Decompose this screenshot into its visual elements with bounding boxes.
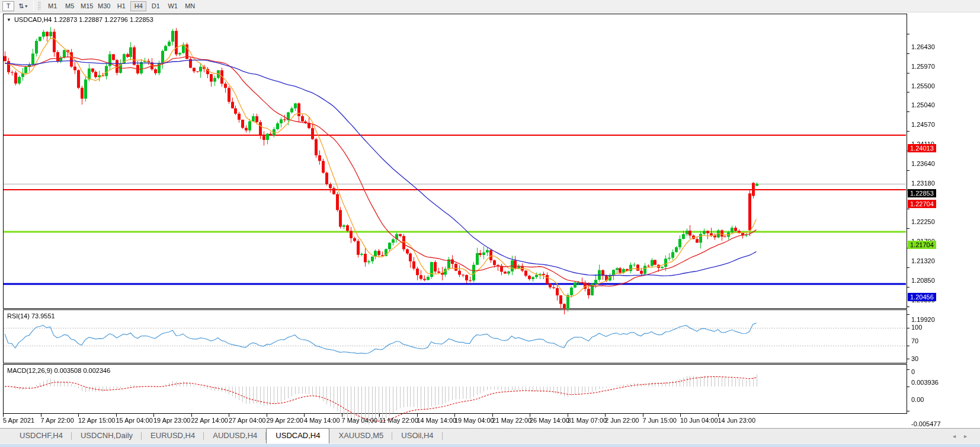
tab-label: USDCHF,H4: [20, 431, 63, 440]
tab-audusd-h4[interactable]: AUDUSD,H4: [204, 429, 266, 443]
rsi-tick-label: 30: [911, 355, 918, 362]
tab-usoil-h4[interactable]: USOil,H4: [392, 429, 442, 443]
tab-label: EURUSD,H4: [150, 431, 195, 440]
date-tick-label: 7 Apr 22:00: [41, 417, 74, 424]
price-level-tag[interactable]: 1.22704: [908, 200, 936, 208]
tab-usdcad-h4[interactable]: USDCAD,H4: [266, 428, 329, 443]
tab-scroll-right-icon[interactable]: ▸: [964, 433, 975, 439]
tab-label: USDCNH,Daily: [81, 431, 133, 440]
price-tick-label: 1.23640: [911, 160, 935, 167]
terminal-window: T ⇅ ▾ M1 M5 M15 M30 H1 H4 D1 W1 MN ▼ USD…: [0, 0, 980, 447]
date-tick-label: 19 May 04:00: [454, 417, 494, 424]
date-tick-label: 22 Apr 14:00: [191, 417, 228, 424]
date-tick-label: 19 Apr 23:00: [153, 417, 190, 424]
date-tick-label: 14 Jun 23:00: [718, 417, 756, 424]
arrows-tool-icon: ⇅: [18, 2, 24, 10]
price-tick-label: 1.25040: [911, 101, 935, 108]
price-tick-label: 1.26430: [911, 43, 935, 50]
price-tick-label: 1.25970: [911, 63, 935, 70]
date-tick-label: 7 May 04:00: [342, 417, 378, 424]
timeframes-toolbar: T ⇅ ▾ M1 M5 M15 M30 H1 H4 D1 W1 MN: [0, 0, 980, 12]
tab-label: USOil,H4: [401, 431, 433, 440]
timeframe-h1-button[interactable]: H1: [113, 1, 129, 11]
macd-tick-label: -0.005477: [911, 420, 941, 427]
price-tick-label: 1.24570: [911, 121, 935, 128]
tab-xauusd-m5[interactable]: XAUUSD,M5: [329, 429, 392, 443]
date-tick-label: 26 May 14:00: [530, 417, 569, 424]
date-tick-label: 12 Apr 15:00: [78, 417, 115, 424]
date-tick-label: 11 May 22:00: [379, 417, 418, 424]
date-tick-label: 15 Apr 04:00: [116, 417, 153, 424]
tab-scroll-left-icon[interactable]: ◂: [953, 433, 964, 439]
chart-area: ▼ USDCAD,H4 1.22873 1.22887 1.22796 1.22…: [0, 13, 980, 428]
macd-tick-label: 0.00: [911, 396, 924, 403]
date-tick-label: 21 May 22:00: [492, 417, 532, 424]
status-bar: [0, 443, 980, 447]
price-tick-label: 1.23180: [911, 180, 935, 187]
price-level-tag[interactable]: 1.21704: [908, 241, 936, 249]
toolbar-separator: [33, 1, 34, 11]
timeframe-m1-button[interactable]: M1: [44, 1, 60, 11]
price-level-tag[interactable]: 1.24013: [908, 144, 936, 152]
chart-title: ▼ USDCAD,H4 1.22873 1.22887 1.22796 1.22…: [7, 16, 153, 23]
tab-label: XAUUSD,M5: [338, 431, 383, 440]
rsi-tick-label: 70: [911, 337, 918, 344]
date-tick-label: 2 Jun 22:00: [605, 417, 639, 424]
date-tick-label: 27 Apr 04:00: [229, 417, 265, 424]
date-tick-label: 14 May 14:00: [417, 417, 457, 424]
tab-usdchf-h4[interactable]: USDCHF,H4: [11, 429, 72, 443]
date-tick-label: 29 Apr 22:00: [267, 417, 303, 424]
date-tick-label: 10 Jun 04:00: [680, 417, 718, 424]
timeframe-m5-button[interactable]: M5: [62, 1, 78, 11]
tab-separator: [442, 432, 443, 440]
date-tick-label: 5 Apr 2021: [3, 417, 34, 424]
tab-label: USDCAD,H4: [276, 431, 320, 440]
arrows-tool-button[interactable]: ⇅ ▾: [15, 1, 30, 11]
price-tick-label: 1.22250: [911, 218, 935, 225]
rsi-indicator-label: RSI(14) 73.9551: [7, 312, 55, 320]
timeframe-m30-button[interactable]: M30: [96, 1, 112, 11]
price-level-tag[interactable]: 1.20456: [908, 293, 936, 301]
current-price-tag: 1.22853: [908, 189, 936, 197]
timeframe-mn-button[interactable]: MN: [182, 1, 198, 11]
toolbar-grip[interactable]: [38, 2, 41, 11]
tab-usdcnh-daily[interactable]: USDCNH,Daily: [72, 429, 142, 443]
price-tick-label: 1.25500: [911, 82, 935, 90]
collapse-icon[interactable]: ▼: [7, 17, 11, 23]
chart-title-text: USDCAD,H4 1.22873 1.22887 1.22796 1.2285…: [14, 16, 153, 23]
chart-tab-bar: USDCHF,H4 USDCNH,Daily EURUSD,H4 AUDUSD,…: [0, 428, 980, 443]
timeframe-d1-button[interactable]: D1: [148, 1, 164, 11]
date-tick-label: 4 May 14:00: [304, 417, 340, 424]
tab-scroll-arrows[interactable]: ◂▸: [953, 433, 975, 439]
chart-canvas[interactable]: [0, 13, 980, 428]
macd-indicator-label: MACD(12,26,9) 0.003508 0.002346: [7, 367, 110, 374]
price-tick-label: 1.20850: [911, 277, 935, 284]
dropdown-caret-icon: ▾: [25, 4, 27, 9]
date-tick-label: 31 May 07:00: [568, 417, 607, 424]
date-tick-label: 7 Jun 15:00: [643, 417, 677, 424]
rsi-tick-label: 0: [911, 368, 915, 375]
timeframe-w1-button[interactable]: W1: [165, 1, 181, 11]
tab-eurusd-h4[interactable]: EURUSD,H4: [142, 429, 204, 443]
tab-label: AUDUSD,H4: [213, 431, 257, 440]
timeframe-m15-button[interactable]: M15: [79, 1, 95, 11]
price-tick-label: 1.21320: [911, 257, 935, 264]
price-tick-label: 1.19920: [911, 316, 935, 323]
macd-tick-label: 0.003936: [911, 379, 939, 386]
timeframe-h4-button[interactable]: H4: [130, 1, 146, 11]
text-tool-button[interactable]: T: [2, 1, 14, 11]
rsi-tick-label: 100: [911, 324, 922, 331]
